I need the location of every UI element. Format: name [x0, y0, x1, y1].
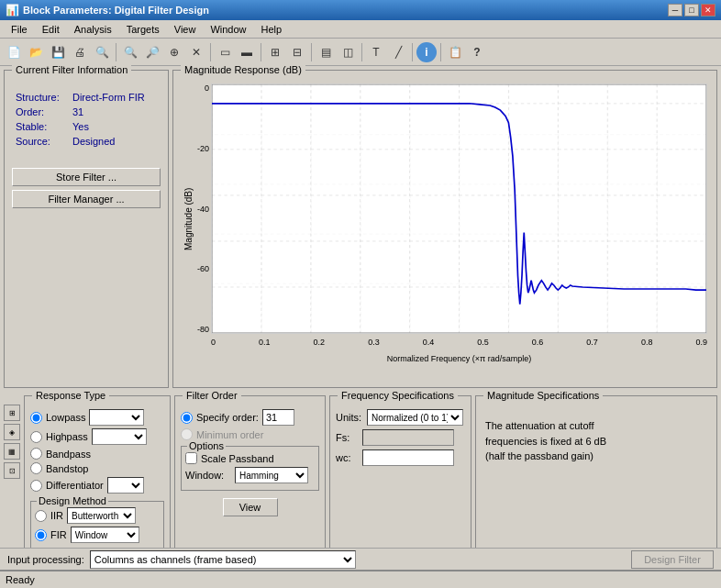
line-button[interactable]: ╱: [388, 42, 408, 62]
grid2-button[interactable]: ⊟: [287, 42, 307, 62]
filter-order-title: Filter Order: [183, 390, 241, 401]
zoom-reset-button[interactable]: ✕: [186, 42, 206, 62]
menu-help[interactable]: Help: [254, 22, 290, 37]
minimize-button[interactable]: ─: [668, 4, 682, 17]
mag-spec-title: Magnitude Specifications: [483, 390, 603, 401]
minimum-order-radio[interactable]: [181, 428, 193, 440]
zoom-fit-button[interactable]: ⊕: [164, 42, 184, 62]
differentiator-dropdown[interactable]: [107, 477, 144, 494]
fir-row: FIR Window: [35, 527, 160, 543]
fir-radio[interactable]: [35, 529, 47, 541]
y-tick-80: -80: [197, 325, 209, 334]
specify-order-input[interactable]: [262, 409, 294, 426]
window-label: Window:: [185, 470, 231, 481]
lowpass-dropdown[interactable]: [89, 409, 144, 426]
scale-passband-label: Scale Passband: [201, 453, 274, 464]
annotation-button[interactable]: T: [366, 42, 386, 62]
highpass-label: Highpass: [46, 431, 88, 442]
source-label: Source:: [14, 135, 69, 148]
grid-button[interactable]: ⊞: [265, 42, 285, 62]
lowpass-radio[interactable]: [30, 412, 42, 424]
save-button[interactable]: 💾: [48, 42, 68, 62]
lowpass-label: Lowpass: [46, 412, 85, 423]
new-button[interactable]: 📄: [4, 42, 24, 62]
menu-file[interactable]: File: [4, 22, 35, 37]
menu-window[interactable]: Window: [203, 22, 253, 37]
minimum-order-label: Minimum order: [196, 429, 263, 440]
y-tick-20: -20: [197, 144, 209, 153]
view-button[interactable]: View: [223, 498, 278, 516]
units-dropdown[interactable]: Normalized (0 to 1) Hz kHz: [367, 409, 463, 426]
filter-info-panel: Current Filter Information Structure: Di…: [4, 70, 169, 388]
chart-container: [211, 83, 707, 334]
highpass-dropdown[interactable]: [92, 428, 147, 445]
source-value: Designed: [71, 135, 159, 148]
options-section: Options Scale Passband Window: Hamming: [181, 446, 319, 491]
window-row: Window: Hamming: [185, 467, 315, 483]
side-icon-4[interactable]: ⊡: [4, 462, 20, 479]
side-icon-2[interactable]: ◈: [4, 424, 20, 440]
print3-button[interactable]: 📋: [445, 42, 465, 62]
design-filter-button[interactable]: Design Filter: [631, 550, 714, 569]
input-processing-dropdown[interactable]: Columns as channels (frame based): [90, 550, 356, 569]
select2-button[interactable]: ▬: [237, 42, 257, 62]
differentiator-radio[interactable]: [30, 480, 42, 492]
freq-spec-title: Frequency Specifications: [338, 390, 458, 401]
response-type-options: Lowpass Highpass Bandpass Bandstop: [30, 409, 164, 494]
wc-input[interactable]: 0.5: [362, 449, 454, 466]
menu-analysis[interactable]: Analysis: [67, 22, 119, 37]
input-processing-label: Input processing:: [7, 554, 84, 565]
menu-targets[interactable]: Targets: [119, 22, 167, 37]
window-dropdown[interactable]: Hamming: [235, 467, 308, 483]
differentiator-row: Differentiator: [30, 477, 164, 494]
filter-manager-button[interactable]: Filter Manager ...: [12, 190, 161, 208]
print-preview-button[interactable]: 🔍: [92, 42, 112, 62]
x-axis-label: Normalized Frequency (×π rad/sample): [211, 354, 707, 363]
toolbar-sep-4: [311, 43, 312, 61]
window-icon: 📊: [6, 4, 19, 17]
iir-label: IIR: [50, 510, 63, 521]
iir-row: IIR Butterworth: [35, 507, 160, 524]
close-button[interactable]: ✕: [701, 4, 715, 17]
toolbar-sep-5: [361, 43, 362, 61]
wc-row: wc: 0.5: [336, 449, 465, 466]
menu-view[interactable]: View: [167, 22, 204, 37]
table-row: Source: Designed: [14, 135, 159, 148]
zoom-in-button[interactable]: 🔍: [120, 42, 140, 62]
magnitude-response-panel: Magnitude Response (dB) Magnitude (dB): [172, 70, 717, 388]
toolbar-sep-7: [440, 43, 441, 61]
specify-order-radio[interactable]: [181, 412, 193, 424]
options-title: Options: [187, 440, 226, 451]
structure-value: Direct-Form FIR: [71, 91, 159, 104]
zoom-out-button[interactable]: 🔎: [142, 42, 162, 62]
bandstop-radio[interactable]: [30, 462, 42, 474]
highpass-radio[interactable]: [30, 431, 42, 443]
side-icon-3[interactable]: ▦: [4, 443, 20, 460]
toolbar-sep-1: [116, 43, 116, 61]
fs-input[interactable]: 48000: [362, 429, 454, 446]
maximize-button[interactable]: □: [684, 4, 699, 17]
units-label: Units:: [336, 412, 363, 423]
help-button[interactable]: ?: [467, 42, 487, 62]
fir-dropdown[interactable]: Window: [71, 527, 139, 543]
side-icon-1[interactable]: ⊞: [4, 405, 20, 421]
toolbar: 📄 📂 💾 🖨 🔍 🔍 🔎 ⊕ ✕ ▭ ▬ ⊞ ⊟ ▤ ◫ T ╱ i 📋 ?: [0, 39, 721, 66]
rect-select-button[interactable]: ▭: [215, 42, 235, 62]
window-title: Block Parameters: Digital Filter Design: [23, 5, 209, 16]
bandpass-row: Bandpass: [30, 448, 164, 460]
iir-radio[interactable]: [35, 510, 47, 522]
store-filter-button[interactable]: Store Filter ...: [12, 168, 161, 186]
iir-dropdown[interactable]: Butterworth: [67, 507, 136, 524]
print-button[interactable]: 🖨: [70, 42, 90, 62]
open-button[interactable]: 📂: [26, 42, 46, 62]
measure2-button[interactable]: ◫: [338, 42, 358, 62]
scale-passband-checkbox[interactable]: [185, 452, 197, 464]
bandpass-radio[interactable]: [30, 448, 42, 460]
table-row: Structure: Direct-Form FIR: [14, 91, 159, 104]
design-method-options: IIR Butterworth FIR Window: [35, 507, 160, 543]
options-content: Scale Passband Window: Hamming: [185, 452, 315, 483]
measure-button[interactable]: ▤: [316, 42, 336, 62]
menu-edit[interactable]: Edit: [35, 22, 67, 37]
info-button[interactable]: i: [416, 42, 437, 62]
bandpass-label: Bandpass: [46, 449, 91, 460]
